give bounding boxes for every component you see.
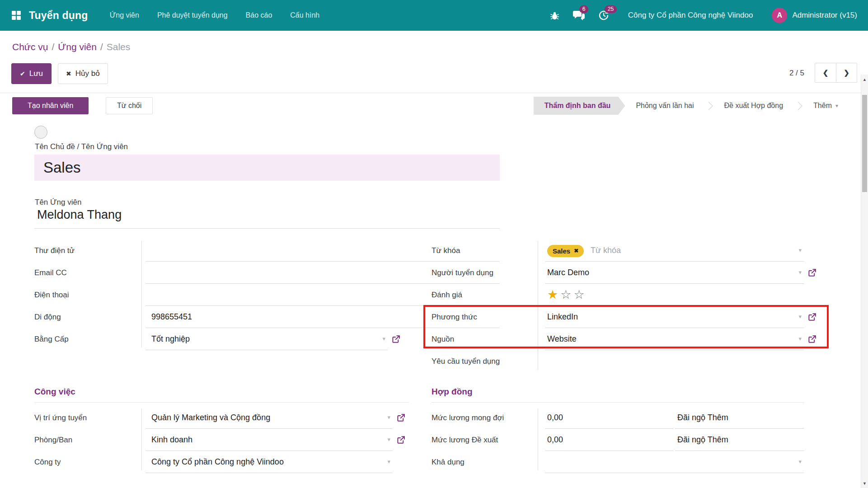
pager-next-button[interactable]: ❯ xyxy=(836,63,857,82)
recruiter-value: Marc Demo xyxy=(547,268,589,277)
activities-button[interactable]: 25 xyxy=(598,10,609,21)
star-filled-icon[interactable]: ★ xyxy=(547,288,560,301)
recruitment-request-input[interactable] xyxy=(545,350,804,372)
tags-label: Từ khóa xyxy=(432,239,538,262)
field-row-availability: Khả dụng ▾ xyxy=(432,451,820,473)
menu-configuration[interactable]: Cấu hình xyxy=(281,0,328,31)
vertical-scrollbar: ▲ ▼ xyxy=(861,75,868,488)
stage-contract-proposal[interactable]: Đề xuất Hợp đồng xyxy=(713,97,794,115)
dropdown-caret-icon[interactable]: ▾ xyxy=(798,451,802,473)
debug-button[interactable] xyxy=(550,11,559,20)
proposed-salary-input[interactable]: 0,00 xyxy=(545,429,674,451)
external-link-icon xyxy=(808,313,816,321)
applicant-photo-placeholder[interactable] xyxy=(34,126,47,139)
email-label: Thư điện tử xyxy=(34,239,141,262)
star-empty-icon[interactable]: ☆ xyxy=(573,288,586,301)
apps-menu-button[interactable] xyxy=(11,10,21,20)
company-select[interactable]: Công ty Cổ phần Công nghệ Viindoo ▾ xyxy=(145,451,393,473)
app-title[interactable]: Tuyển dụng xyxy=(29,9,88,22)
scroll-up-arrow[interactable]: ▲ xyxy=(861,77,868,82)
field-row-email-cc: Email CC xyxy=(34,262,500,284)
activities-badge: 25 xyxy=(605,5,617,13)
subject-value: Sales xyxy=(34,155,500,181)
pager-previous-button[interactable]: ❮ xyxy=(815,63,836,82)
tags-input[interactable]: Sales ✖ Từ khóa ▾ xyxy=(545,239,804,262)
breadcrumb-job-positions[interactable]: Chức vụ xyxy=(12,42,48,52)
apps-grid-icon xyxy=(11,10,21,20)
department-select[interactable]: Kinh doanh ▾ xyxy=(145,429,393,451)
external-link-icon xyxy=(397,413,405,422)
applicant-name-label: Tên Ứng viên xyxy=(35,198,81,207)
chevron-down-icon: ▾ xyxy=(835,97,838,115)
expected-salary-extra-input[interactable]: Đãi ngộ Thêm xyxy=(675,407,804,429)
tag-sales[interactable]: Sales ✖ xyxy=(547,245,584,257)
applied-job-external-link[interactable] xyxy=(393,407,409,429)
refuse-button[interactable]: Từ chối xyxy=(106,97,153,114)
recruiter-select[interactable]: Marc Demo ▾ xyxy=(545,262,804,284)
menu-reports[interactable]: Báo cáo xyxy=(237,0,282,31)
row-spacer xyxy=(804,407,820,429)
breadcrumb-applications[interactable]: Ứng viên xyxy=(58,42,97,52)
applied-job-select[interactable]: Quản lý Marketing và Cộng đồng ▾ xyxy=(145,407,393,429)
proposed-salary-extra-input[interactable]: Đãi ngộ Thêm xyxy=(675,429,804,451)
company-value: Công ty Cổ phần Công nghệ Viindoo xyxy=(151,457,284,466)
field-row-recruiter: Người tuyển dụng Marc Demo ▾ xyxy=(432,262,820,284)
medium-select[interactable]: LinkedIn ▾ xyxy=(545,306,804,328)
source-external-link[interactable] xyxy=(804,328,820,350)
dropdown-caret-icon[interactable]: ▾ xyxy=(798,306,802,328)
degree-select[interactable]: Tốt nghiệp ▾ xyxy=(145,328,388,350)
field-row-degree: Bằng Cấp Tốt nghiệp ▾ xyxy=(34,328,500,350)
field-row-recruitment-request: Yêu cầu tuyển dụng xyxy=(432,350,820,372)
menu-recruitment-approval[interactable]: Phê duyệt tuyển dụng xyxy=(148,0,237,31)
dropdown-caret-icon[interactable]: ▾ xyxy=(798,328,802,350)
mobile-label: Di động xyxy=(34,306,141,328)
availability-input[interactable]: ▾ xyxy=(545,451,804,473)
field-row-rating: Đánh giá ★☆☆ xyxy=(432,284,820,306)
department-value: Kinh doanh xyxy=(151,435,192,444)
dropdown-caret-icon[interactable]: ▾ xyxy=(387,451,390,473)
stage-separator-icon xyxy=(794,102,802,110)
company-switcher[interactable]: Công ty Cổ phần Công nghệ Viindoo xyxy=(628,11,753,20)
external-link-icon xyxy=(808,335,816,343)
job-field-group: Vị trí ứng tuyển Quản lý Marketing và Cộ… xyxy=(34,407,409,473)
star-empty-icon[interactable]: ☆ xyxy=(560,288,573,301)
stage-initial-qualification[interactable]: Thẩm định ban đầu xyxy=(534,97,625,115)
stage-more-dropdown[interactable]: Thêm ▾ xyxy=(802,97,849,115)
breadcrumb: Chức vụ/Ứng viên/Sales xyxy=(12,42,130,52)
scrollbar-thumb[interactable] xyxy=(862,95,867,192)
department-external-link[interactable] xyxy=(393,429,409,451)
subject-input[interactable]: Sales xyxy=(34,155,500,181)
scroll-down-arrow[interactable]: ▼ xyxy=(861,481,868,486)
field-row-mobile: Di động 998655451 xyxy=(34,306,500,328)
applicant-name-input[interactable]: Meldona Thang xyxy=(34,208,500,229)
breadcrumb-separator: / xyxy=(48,42,58,52)
dropdown-caret-icon[interactable]: ▾ xyxy=(387,429,390,450)
messages-button[interactable]: 6 xyxy=(573,10,585,21)
field-row-email: Thư điện tử xyxy=(34,239,500,262)
main-menu: Ứng viên Phê duyệt tuyển dụng Báo cáo Cấ… xyxy=(101,0,329,31)
row-spacer xyxy=(804,284,820,306)
recruiter-external-link[interactable] xyxy=(804,262,820,284)
field-row-source: Nguồn Website ▾ xyxy=(432,328,820,350)
tag-remove-icon[interactable]: ✖ xyxy=(574,245,578,257)
contract-section-heading: Hợp đồng xyxy=(432,387,804,403)
app-window: Tuyển dụng Ứng viên Phê duyệt tuyển dụng… xyxy=(0,0,868,488)
record-pager: ❮ ❯ xyxy=(815,63,857,83)
degree-external-link[interactable] xyxy=(388,328,404,350)
discard-button[interactable]: ✖ Hủy bỏ xyxy=(58,63,108,84)
dropdown-caret-icon[interactable]: ▾ xyxy=(387,407,390,428)
source-select[interactable]: Website ▾ xyxy=(545,328,804,350)
job-section-heading: Công việc xyxy=(34,387,409,403)
dropdown-caret-icon[interactable]: ▾ xyxy=(798,262,802,283)
dropdown-caret-icon[interactable]: ▾ xyxy=(382,328,385,350)
stage-second-interview[interactable]: Phỏng vấn lần hai xyxy=(625,97,704,115)
medium-external-link[interactable] xyxy=(804,306,820,328)
rating-label: Đánh giá xyxy=(432,284,538,306)
save-button[interactable]: ✔ Lưu xyxy=(11,63,52,84)
create-employee-button[interactable]: Tạo nhân viên xyxy=(12,97,89,114)
user-menu[interactable]: A Administrator (v15) xyxy=(772,8,857,23)
menu-candidates[interactable]: Ứng viên xyxy=(101,0,148,31)
expected-salary-input[interactable]: 0,00 xyxy=(545,407,674,429)
dropdown-caret-icon[interactable]: ▾ xyxy=(798,239,802,261)
proposed-salary-label: Mức lương Đề xuất xyxy=(432,429,538,451)
